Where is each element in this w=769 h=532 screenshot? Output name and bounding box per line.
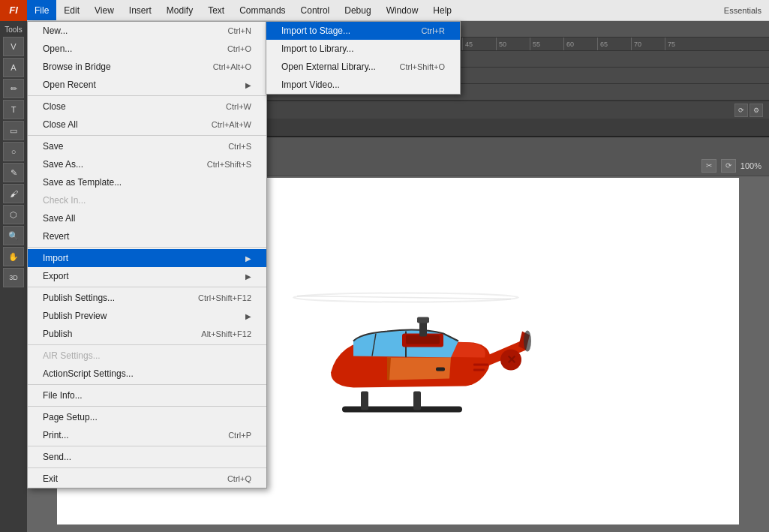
menu-save-template[interactable]: Save as Template... xyxy=(28,173,266,191)
submenu-import-stage[interactable]: Import to Stage... Ctrl+R xyxy=(266,22,460,40)
svg-rect-16 xyxy=(473,369,485,371)
ruler-mark: 70 xyxy=(631,38,665,51)
menubar-items: File Edit View Insert Modify Text Comman… xyxy=(27,0,459,20)
svg-rect-3 xyxy=(342,407,462,413)
ruler-mark: 50 xyxy=(496,38,530,51)
toolbar: Tools V A ✏ T ▭ ○ ✎ 🖌 ⬡ 🔍 ✋ 3D xyxy=(0,21,27,532)
menu-window[interactable]: Window xyxy=(379,0,426,20)
menu-close-all[interactable]: Close All Ctrl+Alt+W xyxy=(28,116,266,134)
separator-4 xyxy=(28,287,266,287)
helicopter-graphic: ✕ xyxy=(256,253,541,450)
menu-publish-settings[interactable]: Publish Settings... Ctrl+Shift+F12 xyxy=(28,289,266,307)
menu-page-setup[interactable]: Page Setup... xyxy=(28,408,266,426)
separator-7 xyxy=(28,406,266,407)
menu-help[interactable]: Help xyxy=(425,0,459,20)
separator-9 xyxy=(28,467,266,468)
timeline-settings[interactable]: ⚙ xyxy=(749,104,763,117)
menu-as-settings[interactable]: ActionScript Settings... xyxy=(28,365,266,383)
ruler-mark: 75 xyxy=(665,38,698,51)
menu-save-all[interactable]: Save All xyxy=(28,209,266,227)
tool-subselect[interactable]: A xyxy=(3,58,24,77)
ruler-mark: 55 xyxy=(530,38,563,51)
ruler-mark: 45 xyxy=(462,38,496,51)
submenu-import-library[interactable]: Import to Library... xyxy=(266,40,460,58)
menu-close[interactable]: Close Ctrl+W xyxy=(28,98,266,116)
svg-line-1 xyxy=(297,296,511,299)
svg-rect-15 xyxy=(473,364,488,366)
menu-open[interactable]: Open... Ctrl+O xyxy=(28,40,266,58)
menu-view[interactable]: View xyxy=(87,0,122,20)
tools-label: Tools xyxy=(0,24,27,35)
menu-check-in: Check In... xyxy=(28,191,266,209)
import-submenu: Import to Stage... Ctrl+R Import to Libr… xyxy=(266,21,461,95)
zoom-label: 100% xyxy=(740,161,761,170)
svg-rect-4 xyxy=(361,392,368,410)
menu-send[interactable]: Send... xyxy=(28,448,266,466)
svg-rect-8 xyxy=(436,368,445,371)
tool-pencil[interactable]: ✎ xyxy=(3,163,24,182)
menu-file[interactable]: File xyxy=(27,0,56,20)
separator-5 xyxy=(28,344,266,345)
clip-icon[interactable]: ✂ xyxy=(701,159,716,173)
menu-air-settings: AIR Settings... xyxy=(28,347,266,365)
separator-6 xyxy=(28,384,266,385)
menu-new[interactable]: New... Ctrl+N xyxy=(28,22,266,40)
tool-text[interactable]: T xyxy=(3,100,24,119)
submenu-open-ext-library[interactable]: Open External Library... Ctrl+Shift+O xyxy=(266,58,460,76)
menu-exit[interactable]: Exit Ctrl+Q xyxy=(28,470,266,488)
tool-oval[interactable]: ○ xyxy=(3,142,24,161)
menubar: Fl File Edit View Insert Modify Text Com… xyxy=(0,0,769,21)
timeline-loop-btn[interactable]: ⟳ xyxy=(734,104,748,117)
menu-edit[interactable]: Edit xyxy=(56,0,87,20)
tool-rect[interactable]: ▭ xyxy=(3,121,24,140)
menu-control[interactable]: Control xyxy=(293,0,338,20)
menu-save[interactable]: Save Ctrl+S xyxy=(28,137,266,155)
separator-1 xyxy=(28,95,266,96)
menu-file-info[interactable]: File Info... xyxy=(28,386,266,404)
menu-print[interactable]: Print... Ctrl+P xyxy=(28,426,266,444)
submenu-import-video[interactable]: Import Video... xyxy=(266,76,460,94)
menu-publish[interactable]: Publish Alt+Shift+F12 xyxy=(28,325,266,343)
tool-zoom[interactable]: 🔍 xyxy=(3,226,24,245)
menu-export[interactable]: Export ▶ xyxy=(28,267,266,285)
workspace-label: Essentials xyxy=(724,6,769,15)
svg-rect-5 xyxy=(413,392,421,410)
separator-3 xyxy=(28,247,266,248)
tool-paint[interactable]: 🖌 xyxy=(3,184,24,203)
svg-point-2 xyxy=(524,331,531,352)
menu-browse-bridge[interactable]: Browse in Bridge Ctrl+Alt+O xyxy=(28,58,266,76)
menu-revert[interactable]: Revert xyxy=(28,227,266,245)
menu-text[interactable]: Text xyxy=(200,0,232,20)
menu-open-recent[interactable]: Open Recent ▶ xyxy=(28,76,266,94)
tool-3d[interactable]: 3D xyxy=(3,268,24,287)
tool-arrow[interactable]: V xyxy=(3,37,24,56)
app-logo: Fl xyxy=(0,0,27,21)
tool-bucket[interactable]: ⬡ xyxy=(3,205,24,224)
menu-save-as[interactable]: Save As... Ctrl+Shift+S xyxy=(28,155,266,173)
menu-publish-preview[interactable]: Publish Preview ▶ xyxy=(28,307,266,325)
ruler-mark: 65 xyxy=(597,38,631,51)
tool-pen[interactable]: ✏ xyxy=(3,79,24,98)
menu-import[interactable]: Import ▶ xyxy=(28,249,266,267)
separator-2 xyxy=(28,135,266,136)
tool-hand[interactable]: ✋ xyxy=(3,247,24,266)
ruler-mark: 60 xyxy=(563,38,597,51)
menu-commands[interactable]: Commands xyxy=(232,0,293,20)
menu-insert[interactable]: Insert xyxy=(122,0,159,20)
menu-debug[interactable]: Debug xyxy=(337,0,378,20)
menu-modify[interactable]: Modify xyxy=(159,0,200,20)
file-menu: New... Ctrl+N Open... Ctrl+O Browse in B… xyxy=(27,21,267,488)
svg-text:✕: ✕ xyxy=(506,353,515,366)
separator-8 xyxy=(28,446,266,446)
svg-rect-12 xyxy=(417,317,429,323)
rotate-icon[interactable]: ⟳ xyxy=(721,159,736,173)
